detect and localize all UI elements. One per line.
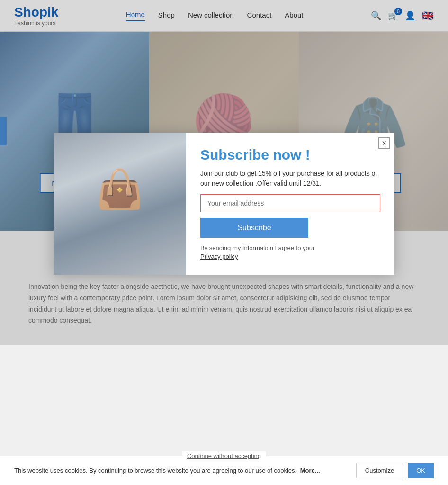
subscribe-modal: X Subscribe now ! Join our club to get 1… [54, 133, 394, 275]
modal-legal: By sending my Information I agree to you… [200, 243, 380, 260]
legal-text: By sending my Information I agree to you… [200, 244, 314, 251]
modal-title: Subscribe now ! [200, 147, 380, 163]
modal-image-bg [54, 133, 186, 275]
modal-image [54, 133, 186, 275]
privacy-policy-link[interactable]: Privacy policy [200, 253, 238, 260]
subscribe-button[interactable]: Subscribe [200, 218, 308, 238]
modal-overlay: X Subscribe now ! Join our club to get 1… [0, 0, 448, 345]
modal-body: Subscribe now ! Join our club to get 15%… [186, 133, 394, 275]
modal-description: Join our club to get 15% off your purcha… [200, 169, 380, 189]
email-input[interactable] [200, 194, 380, 212]
modal-close-button[interactable]: X [378, 137, 390, 149]
page-wrapper: Shopik Fashion is yours Home Shop New co… [0, 0, 448, 345]
